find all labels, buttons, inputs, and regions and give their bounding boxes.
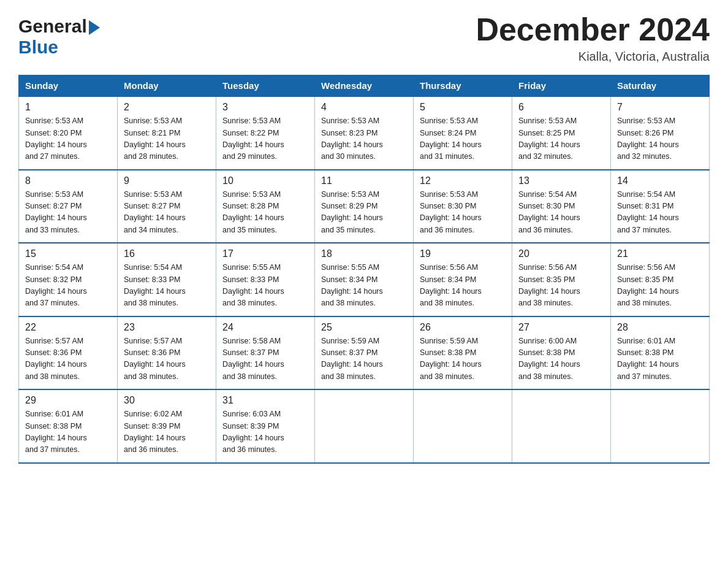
table-row: 23Sunrise: 5:57 AMSunset: 8:36 PMDayligh… (118, 316, 216, 390)
day-info: Sunrise: 5:53 AMSunset: 8:20 PMDaylight:… (25, 115, 111, 163)
calendar-week-row: 15Sunrise: 5:54 AMSunset: 8:32 PMDayligh… (19, 243, 710, 316)
calendar-table: Sunday Monday Tuesday Wednesday Thursday… (18, 75, 710, 464)
calendar-week-row: 1Sunrise: 5:53 AMSunset: 8:20 PMDaylight… (19, 96, 710, 170)
header-monday: Monday (118, 75, 216, 97)
day-info: Sunrise: 5:55 AMSunset: 8:33 PMDaylight:… (222, 262, 308, 310)
table-row: 4Sunrise: 5:53 AMSunset: 8:23 PMDaylight… (315, 96, 414, 170)
calendar-title: December 2024 (476, 12, 710, 47)
day-info: Sunrise: 5:53 AMSunset: 8:28 PMDaylight:… (222, 189, 308, 237)
day-number: 31 (222, 395, 308, 406)
day-number: 2 (124, 102, 210, 113)
day-info: Sunrise: 5:57 AMSunset: 8:36 PMDaylight:… (124, 335, 210, 383)
table-row: 13Sunrise: 5:54 AMSunset: 8:30 PMDayligh… (512, 170, 611, 243)
day-info: Sunrise: 5:56 AMSunset: 8:35 PMDaylight:… (518, 262, 604, 310)
table-row: 17Sunrise: 5:55 AMSunset: 8:33 PMDayligh… (216, 243, 315, 316)
table-row (315, 389, 414, 463)
day-number: 21 (617, 248, 703, 259)
day-number: 8 (25, 175, 111, 186)
day-info: Sunrise: 5:53 AMSunset: 8:24 PMDaylight:… (420, 115, 506, 163)
day-info: Sunrise: 5:53 AMSunset: 8:26 PMDaylight:… (617, 115, 703, 163)
table-row (611, 389, 710, 463)
day-number: 4 (321, 102, 407, 113)
table-row: 27Sunrise: 6:00 AMSunset: 8:38 PMDayligh… (512, 316, 611, 390)
day-number: 5 (420, 102, 506, 113)
day-number: 15 (25, 248, 111, 259)
table-row: 9Sunrise: 5:53 AMSunset: 8:27 PMDaylight… (118, 170, 216, 243)
day-info: Sunrise: 5:54 AMSunset: 8:33 PMDaylight:… (124, 262, 210, 310)
table-row: 28Sunrise: 6:01 AMSunset: 8:38 PMDayligh… (611, 316, 710, 390)
table-row: 1Sunrise: 5:53 AMSunset: 8:20 PMDaylight… (19, 96, 118, 170)
day-number: 10 (222, 175, 308, 186)
day-number: 20 (518, 248, 604, 259)
day-info: Sunrise: 5:53 AMSunset: 8:27 PMDaylight:… (25, 189, 111, 237)
day-info: Sunrise: 5:59 AMSunset: 8:37 PMDaylight:… (321, 335, 407, 383)
day-info: Sunrise: 5:59 AMSunset: 8:38 PMDaylight:… (420, 335, 506, 383)
table-row: 15Sunrise: 5:54 AMSunset: 8:32 PMDayligh… (19, 243, 118, 316)
table-row: 3Sunrise: 5:53 AMSunset: 8:22 PMDaylight… (216, 96, 315, 170)
calendar-header-row: Sunday Monday Tuesday Wednesday Thursday… (19, 75, 710, 97)
header-thursday: Thursday (414, 75, 512, 97)
day-info: Sunrise: 5:53 AMSunset: 8:29 PMDaylight:… (321, 189, 407, 237)
table-row: 21Sunrise: 5:56 AMSunset: 8:35 PMDayligh… (611, 243, 710, 316)
table-row: 11Sunrise: 5:53 AMSunset: 8:29 PMDayligh… (315, 170, 414, 243)
header-wednesday: Wednesday (315, 75, 414, 97)
day-number: 16 (124, 248, 210, 259)
day-info: Sunrise: 5:56 AMSunset: 8:35 PMDaylight:… (617, 262, 703, 310)
day-info: Sunrise: 5:58 AMSunset: 8:37 PMDaylight:… (222, 335, 308, 383)
calendar-week-row: 22Sunrise: 5:57 AMSunset: 8:36 PMDayligh… (19, 316, 710, 390)
table-row: 7Sunrise: 5:53 AMSunset: 8:26 PMDaylight… (611, 96, 710, 170)
table-row: 22Sunrise: 5:57 AMSunset: 8:36 PMDayligh… (19, 316, 118, 390)
day-info: Sunrise: 5:55 AMSunset: 8:34 PMDaylight:… (321, 262, 407, 310)
day-info: Sunrise: 5:54 AMSunset: 8:31 PMDaylight:… (617, 189, 703, 237)
day-info: Sunrise: 6:01 AMSunset: 8:38 PMDaylight:… (617, 335, 703, 383)
day-number: 29 (25, 395, 111, 406)
day-number: 11 (321, 175, 407, 186)
day-number: 18 (321, 248, 407, 259)
logo: General Blue (18, 17, 100, 58)
day-info: Sunrise: 6:03 AMSunset: 8:39 PMDaylight:… (222, 408, 308, 456)
day-number: 28 (617, 322, 703, 333)
table-row: 26Sunrise: 5:59 AMSunset: 8:38 PMDayligh… (414, 316, 512, 390)
day-number: 12 (420, 175, 506, 186)
header-tuesday: Tuesday (216, 75, 315, 97)
day-info: Sunrise: 5:53 AMSunset: 8:22 PMDaylight:… (222, 115, 308, 163)
day-number: 24 (222, 322, 308, 333)
table-row: 24Sunrise: 5:58 AMSunset: 8:37 PMDayligh… (216, 316, 315, 390)
table-row: 5Sunrise: 5:53 AMSunset: 8:24 PMDaylight… (414, 96, 512, 170)
day-number: 14 (617, 175, 703, 186)
day-number: 26 (420, 322, 506, 333)
logo-blue-text: Blue (18, 37, 100, 58)
table-row: 29Sunrise: 6:01 AMSunset: 8:38 PMDayligh… (19, 389, 118, 463)
calendar-week-row: 29Sunrise: 6:01 AMSunset: 8:38 PMDayligh… (19, 389, 710, 463)
logo-triangle-icon (89, 20, 100, 35)
table-row: 8Sunrise: 5:53 AMSunset: 8:27 PMDaylight… (19, 170, 118, 243)
table-row (512, 389, 611, 463)
day-number: 13 (518, 175, 604, 186)
day-number: 30 (124, 395, 210, 406)
header-friday: Friday (512, 75, 611, 97)
day-number: 7 (617, 102, 703, 113)
day-number: 3 (222, 102, 308, 113)
header-saturday: Saturday (611, 75, 710, 97)
day-info: Sunrise: 5:54 AMSunset: 8:32 PMDaylight:… (25, 262, 111, 310)
table-row: 12Sunrise: 5:53 AMSunset: 8:30 PMDayligh… (414, 170, 512, 243)
day-info: Sunrise: 5:56 AMSunset: 8:34 PMDaylight:… (420, 262, 506, 310)
day-number: 22 (25, 322, 111, 333)
day-number: 17 (222, 248, 308, 259)
day-number: 1 (25, 102, 111, 113)
table-row: 25Sunrise: 5:59 AMSunset: 8:37 PMDayligh… (315, 316, 414, 390)
day-info: Sunrise: 5:53 AMSunset: 8:23 PMDaylight:… (321, 115, 407, 163)
day-number: 25 (321, 322, 407, 333)
day-number: 9 (124, 175, 210, 186)
day-info: Sunrise: 6:02 AMSunset: 8:39 PMDaylight:… (124, 408, 210, 456)
day-info: Sunrise: 6:01 AMSunset: 8:38 PMDaylight:… (25, 408, 111, 456)
title-block: December 2024 Kialla, Victoria, Australi… (476, 12, 710, 64)
table-row: 10Sunrise: 5:53 AMSunset: 8:28 PMDayligh… (216, 170, 315, 243)
table-row: 20Sunrise: 5:56 AMSunset: 8:35 PMDayligh… (512, 243, 611, 316)
table-row: 31Sunrise: 6:03 AMSunset: 8:39 PMDayligh… (216, 389, 315, 463)
table-row: 14Sunrise: 5:54 AMSunset: 8:31 PMDayligh… (611, 170, 710, 243)
day-info: Sunrise: 5:53 AMSunset: 8:21 PMDaylight:… (124, 115, 210, 163)
table-row: 18Sunrise: 5:55 AMSunset: 8:34 PMDayligh… (315, 243, 414, 316)
header-sunday: Sunday (19, 75, 118, 97)
day-number: 6 (518, 102, 604, 113)
